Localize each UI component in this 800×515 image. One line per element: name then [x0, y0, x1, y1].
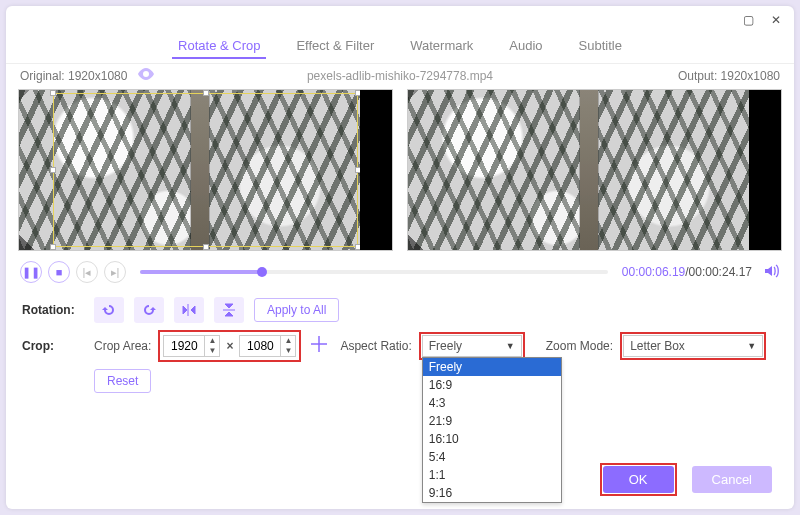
app-window: ▢ ✕ Rotate & Crop Effect & Filter Waterm… — [6, 6, 794, 509]
meta-row: Original: 1920x1080 pexels-adlib-mishiko… — [6, 64, 794, 83]
center-crosshair-icon[interactable] — [308, 335, 330, 357]
preview-eye-icon[interactable] — [137, 68, 155, 83]
rotation-row: Rotation: Apply to All — [22, 297, 778, 323]
aspect-option[interactable]: 4:3 — [423, 394, 561, 412]
cancel-button[interactable]: Cancel — [692, 466, 772, 493]
crop-height-input[interactable] — [240, 339, 280, 353]
chevron-down-icon: ▼ — [747, 341, 756, 351]
time-current: 00:00:06.19 — [622, 265, 685, 279]
time-display: 00:00:06.19/00:00:24.17 — [622, 265, 752, 279]
ok-highlight: OK — [603, 466, 674, 493]
rotation-label: Rotation: — [22, 303, 84, 317]
preview-area — [6, 83, 794, 251]
crop-row: Crop: Crop Area: ▲▼ × ▲▼ Aspect Ratio: — [22, 333, 778, 359]
height-up[interactable]: ▲ — [281, 336, 295, 346]
titlebar: ▢ ✕ — [6, 6, 794, 34]
flip-horizontal-button[interactable] — [174, 297, 204, 323]
zoom-mode-value: Letter Box — [630, 339, 685, 353]
crop-width-input[interactable] — [164, 339, 204, 353]
zoom-mode-select-wrap: Letter Box ▼ — [623, 335, 763, 357]
times-icon: × — [226, 339, 233, 353]
width-up[interactable]: ▲ — [205, 336, 219, 346]
footer-buttons: OK Cancel — [603, 466, 772, 493]
tab-effect-filter[interactable]: Effect & Filter — [290, 34, 380, 59]
aspect-option[interactable]: 9:16 — [423, 484, 561, 502]
volume-icon[interactable] — [764, 264, 780, 281]
aspect-ratio-select[interactable]: Freely ▼ — [422, 335, 522, 357]
preview-output — [407, 89, 782, 251]
stop-button[interactable]: ■ — [48, 261, 70, 283]
video-frame — [19, 90, 392, 250]
controls-panel: Rotation: Apply to All Crop: Crop Area: — [6, 287, 794, 403]
crop-label: Crop: — [22, 339, 84, 353]
next-frame-button[interactable]: ▸| — [104, 261, 126, 283]
tab-bar: Rotate & Crop Effect & Filter Watermark … — [6, 34, 794, 64]
aspect-ratio-dropdown[interactable]: Freely16:94:321:916:105:41:19:16 — [422, 357, 562, 503]
rotate-left-button[interactable] — [94, 297, 124, 323]
aspect-ratio-value: Freely — [429, 339, 462, 353]
transport-bar: ❚❚ ■ |◂ ▸| 00:00:06.19/00:00:24.17 — [6, 251, 794, 287]
maximize-button[interactable]: ▢ — [740, 12, 756, 28]
zoom-mode-label: Zoom Mode: — [546, 339, 613, 353]
width-down[interactable]: ▼ — [205, 346, 219, 356]
aspect-option[interactable]: 21:9 — [423, 412, 561, 430]
reset-button[interactable]: Reset — [94, 369, 151, 393]
timeline-slider[interactable] — [140, 270, 608, 274]
aspect-option[interactable]: 1:1 — [423, 466, 561, 484]
crop-height-box: ▲▼ — [239, 335, 296, 357]
tab-subtitle[interactable]: Subtitle — [573, 34, 628, 59]
tab-watermark[interactable]: Watermark — [404, 34, 479, 59]
chevron-down-icon: ▼ — [506, 341, 515, 351]
pause-button[interactable]: ❚❚ — [20, 261, 42, 283]
aspect-ratio-label: Aspect Ratio: — [340, 339, 411, 353]
rotate-right-button[interactable] — [134, 297, 164, 323]
apply-to-all-button[interactable]: Apply to All — [254, 298, 339, 322]
prev-frame-button[interactable]: |◂ — [76, 261, 98, 283]
original-dimensions: Original: 1920x1080 — [20, 69, 127, 83]
time-total: 00:00:24.17 — [689, 265, 752, 279]
zoom-mode-select[interactable]: Letter Box ▼ — [623, 335, 763, 357]
close-button[interactable]: ✕ — [768, 12, 784, 28]
flip-vertical-button[interactable] — [214, 297, 244, 323]
tab-rotate-crop[interactable]: Rotate & Crop — [172, 34, 266, 59]
aspect-option[interactable]: Freely — [423, 358, 561, 376]
ok-button[interactable]: OK — [603, 466, 674, 493]
crop-area-label: Crop Area: — [94, 339, 151, 353]
aspect-ratio-select-wrap: Freely ▼ Freely16:94:321:916:105:41:19:1… — [422, 335, 522, 357]
reset-row: Reset — [22, 369, 778, 393]
crop-size-highlight: ▲▼ × ▲▼ — [161, 333, 298, 359]
aspect-option[interactable]: 5:4 — [423, 448, 561, 466]
preview-original[interactable] — [18, 89, 393, 251]
crop-width-box: ▲▼ — [163, 335, 220, 357]
height-down[interactable]: ▼ — [281, 346, 295, 356]
tab-audio[interactable]: Audio — [503, 34, 548, 59]
aspect-option[interactable]: 16:10 — [423, 430, 561, 448]
video-frame-output — [408, 90, 781, 250]
aspect-option[interactable]: 16:9 — [423, 376, 561, 394]
output-dimensions: Output: 1920x1080 — [678, 69, 780, 83]
